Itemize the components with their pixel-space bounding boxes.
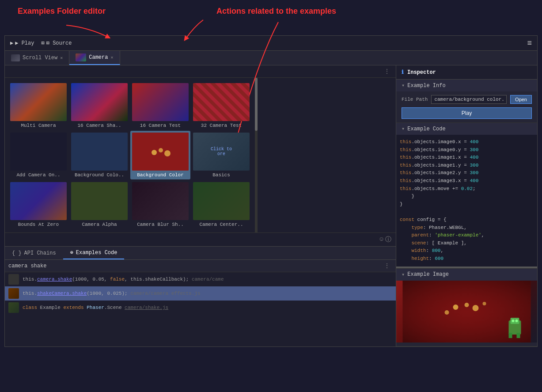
gallery-item-camera-center[interactable]: Camera Center.. bbox=[191, 180, 251, 229]
gallery-scrollbar[interactable] bbox=[255, 78, 258, 232]
svg-rect-15 bbox=[509, 333, 512, 338]
gallery-thumb-add-camera-on bbox=[10, 133, 67, 171]
result-code-2: class Example extends Phaser.Scene camer… bbox=[23, 305, 168, 310]
gallery-item-add-camera-on[interactable]: Add Camera On.. bbox=[8, 131, 68, 179]
result-code-0: this.camera.shake(1000, 0.05, false, thi… bbox=[23, 277, 224, 282]
example-code-chevron: ▾ bbox=[402, 126, 405, 132]
result-code-1: this.shakeCamera.shake(1000, 0.025); cam… bbox=[23, 291, 201, 296]
content-area: ⋮ Multi Camera 16 Camera Sha.. 16 Ca bbox=[5, 65, 537, 346]
tab-api-chains[interactable]: { } API Chains bbox=[5, 247, 63, 259]
example-code-content: this.objects.image0.x = 400 this.objects… bbox=[396, 135, 537, 268]
gallery-thumb-background-colo bbox=[71, 133, 128, 171]
result-thumb-0 bbox=[8, 274, 19, 285]
tab-scroll-view-label: Scroll View bbox=[23, 55, 57, 61]
main-window: ▶ ▶ Play ⊞ ⊞ Source ≡ Scroll View ✕ Came… bbox=[4, 35, 538, 347]
tab-scroll-view-close[interactable]: ✕ bbox=[60, 55, 63, 61]
result-item-1[interactable]: this.shakeCamera.shake(1000, 0.025); cam… bbox=[5, 286, 396, 301]
emoji-actions: ☺ ⓘ bbox=[379, 235, 392, 244]
bottom-tabs: { } API Chains ⊕ Examples Code bbox=[5, 247, 396, 260]
api-chains-label: API Chains bbox=[24, 250, 56, 256]
code-resizer[interactable] bbox=[396, 266, 537, 268]
gallery-item-16-camera-sha[interactable]: 16 Camera Sha.. bbox=[69, 81, 129, 130]
examples-code-icon: ⊕ bbox=[70, 249, 73, 256]
gallery-label-add-camera-on: Add Camera On.. bbox=[10, 172, 67, 178]
play-icon: ▶ bbox=[10, 40, 13, 46]
source-label: ⊞ Source bbox=[46, 40, 72, 46]
inspector-play-button[interactable]: Play bbox=[402, 107, 532, 119]
svg-point-10 bbox=[445, 310, 449, 315]
info-icon[interactable]: ⓘ bbox=[385, 236, 391, 244]
svg-rect-16 bbox=[517, 333, 520, 338]
results-list: this.camera.shake(1000, 0.05, false, thi… bbox=[5, 272, 396, 315]
gallery-thumb-basics: Click toore bbox=[193, 133, 250, 171]
gallery-item-multi-camera[interactable]: Multi Camera bbox=[8, 81, 68, 130]
gallery-item-32-camera-test[interactable]: 32 Camera Test bbox=[191, 81, 251, 130]
result-item-0[interactable]: this.camera.shake(1000, 0.05, false, thi… bbox=[5, 272, 396, 286]
source-button[interactable]: ⊞ ⊞ Source bbox=[41, 40, 72, 46]
gallery-item-background-colo[interactable]: Background Colo.. bbox=[69, 131, 129, 179]
example-code-label: Example Code bbox=[407, 126, 445, 132]
gallery-options-button[interactable]: ⋮ bbox=[382, 67, 392, 76]
inspector-section: ℹ Inspector ▾ Example Info File Path Ope… bbox=[396, 65, 537, 346]
gallery-scrollbar-thumb[interactable] bbox=[255, 78, 258, 131]
gallery-thumb-multi-camera bbox=[10, 83, 67, 121]
svg-point-2 bbox=[159, 148, 163, 152]
example-info-header[interactable]: ▾ Example Info bbox=[396, 80, 537, 91]
svg-point-8 bbox=[473, 305, 479, 311]
gallery-label-basics: Basics bbox=[193, 172, 250, 178]
tabs-row: Scroll View ✕ Camera ✕ bbox=[5, 51, 537, 65]
smiley-icon[interactable]: ☺ bbox=[380, 236, 383, 244]
tab-examples-code[interactable]: ⊕ Examples Code bbox=[63, 247, 125, 259]
example-image-chevron: ▾ bbox=[402, 271, 405, 278]
gallery-item-16-camera-test[interactable]: 16 Camera Test bbox=[130, 81, 190, 130]
svg-point-14 bbox=[515, 320, 518, 322]
tab-scroll-view[interactable]: Scroll View ✕ bbox=[5, 51, 69, 65]
example-info-section: ▾ Example Info File Path Open Play bbox=[396, 80, 537, 123]
camera-tab-icon bbox=[76, 53, 86, 61]
open-button[interactable]: Open bbox=[510, 95, 532, 104]
svg-point-1 bbox=[152, 150, 157, 155]
tab-camera-close[interactable]: ✕ bbox=[110, 55, 113, 60]
gallery-thumb-camera-alpha bbox=[71, 182, 128, 220]
gallery-item-camera-blur-sh[interactable]: Camera Blur Sh.. bbox=[130, 180, 190, 229]
file-path-row: File Path Open bbox=[402, 95, 532, 104]
inspector-title: Inspector bbox=[407, 69, 436, 76]
menu-button[interactable]: ≡ bbox=[527, 38, 532, 48]
gallery-section: ⋮ Multi Camera 16 Camera Sha.. 16 Ca bbox=[5, 65, 396, 346]
example-info-chevron: ▾ bbox=[402, 82, 405, 89]
search-options-button[interactable]: ⋮ bbox=[382, 262, 392, 270]
result-thumb-2 bbox=[8, 302, 19, 313]
gallery-item-background-color[interactable]: Background Color bbox=[130, 131, 190, 179]
gallery-label-background-colo: Background Colo.. bbox=[71, 172, 128, 178]
gallery-toolbar: ⋮ bbox=[5, 65, 396, 78]
play-label: ▶ Play bbox=[15, 40, 34, 46]
gallery-label-camera-alpha: Camera Alpha bbox=[71, 222, 128, 227]
example-image-svg bbox=[396, 281, 537, 343]
example-image-label: Example Image bbox=[407, 271, 449, 278]
search-input[interactable] bbox=[8, 263, 382, 269]
gallery-thumb-camera-center bbox=[193, 182, 250, 220]
gallery-label-16-camera-sha: 16 Camera Sha.. bbox=[71, 123, 128, 128]
tab-camera[interactable]: Camera ✕ bbox=[69, 51, 120, 65]
gallery-item-bounds-at-zero[interactable]: Bounds At Zero bbox=[8, 180, 68, 229]
result-item-2[interactable]: class Example extends Phaser.Scene camer… bbox=[5, 301, 396, 315]
gallery-item-camera-alpha[interactable]: Camera Alpha bbox=[69, 180, 129, 229]
example-code-header[interactable]: ▾ Example Code bbox=[396, 123, 537, 135]
actions-annotation: Actions related to the examples bbox=[216, 7, 336, 16]
code-block: this.objects.image0.x = 400 this.objects… bbox=[396, 135, 537, 266]
source-icon: ⊞ bbox=[41, 40, 44, 46]
gallery-label-multi-camera: Multi Camera bbox=[10, 123, 67, 128]
gallery-item-basics[interactable]: Click toore Basics bbox=[191, 131, 251, 179]
svg-point-13 bbox=[512, 320, 515, 322]
example-code-section: ▾ Example Code this.objects.image0.x = 4… bbox=[396, 123, 537, 269]
example-image-header[interactable]: ▾ Example Image bbox=[396, 269, 537, 281]
gallery-thumb-16-camera-test bbox=[132, 83, 189, 121]
gallery-thumb-bounds-at-zero bbox=[10, 182, 67, 220]
gallery-label-background-color: Background Color bbox=[132, 172, 189, 178]
file-path-input[interactable] bbox=[431, 95, 507, 104]
example-image bbox=[396, 281, 537, 343]
scroll-view-tab-icon bbox=[11, 54, 20, 61]
gallery-label-32-camera-test: 32 Camera Test bbox=[193, 123, 250, 128]
play-button[interactable]: ▶ ▶ Play bbox=[10, 40, 34, 46]
gallery-thumb-32-camera-test bbox=[193, 83, 250, 121]
